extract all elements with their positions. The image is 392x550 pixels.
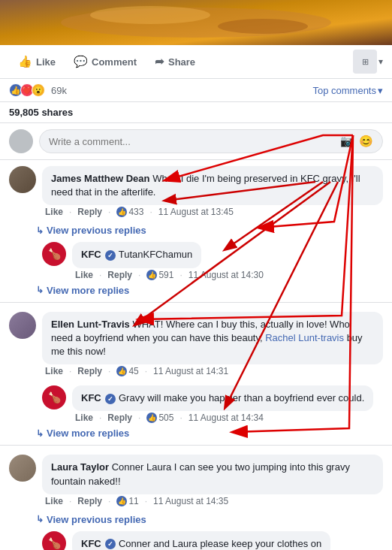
laura-avatar (9, 455, 36, 482)
reaction-count: 69k (51, 85, 67, 96)
laura-view-prev-replies[interactable]: ↳ View previous replies (0, 512, 392, 528)
reply-icon3: ↳ (36, 514, 44, 524)
kfc-avatar-james: 🍗 (42, 242, 66, 266)
kfc-james-actions: Like · Reply · 👍 591 · 11 August at 14:3… (72, 268, 383, 280)
james-comment-bubble: James Matthew Dean When I die I'm being … (42, 166, 383, 205)
ellen-reaction-count: 👍 45 (116, 366, 138, 376)
food-image (0, 0, 392, 45)
divider-1 (0, 302, 392, 303)
james-view-more-replies[interactable]: ↳ View more replies (0, 283, 392, 299)
ellen-like-action[interactable]: Like (45, 366, 63, 376)
kfc-laura-text: Conner and Laura please keep your clothe… (119, 538, 321, 549)
james-author: James Matthew Dean (51, 173, 150, 184)
ellen-reply-action[interactable]: Reply (77, 366, 102, 376)
shares-count: 59,805 shares (0, 102, 392, 123)
kfc-ellen-actions: Like · Reply · 👍 505 · 11 August at 14:3… (72, 411, 383, 423)
kfc-james-reply[interactable]: Reply (107, 270, 132, 280)
svg-point-2 (90, 6, 210, 24)
laura-reply-action[interactable]: Reply (77, 496, 102, 506)
kfc-reply-james: 🍗 KFC ✓ TutanKFChamun Like · Reply · 👍 5… (0, 239, 392, 283)
comment-item: James Matthew Dean When I die I'm being … (0, 160, 392, 223)
ellen-comment-body: Ellen Lunt-Travis WHAT! Where can I buy … (42, 312, 383, 377)
comment-input-wrapper[interactable]: 📷 😊 (39, 129, 383, 153)
like-button[interactable]: 👍 Like (9, 50, 65, 73)
wow-reaction-emoji: 😮 (32, 83, 45, 97)
more-options-button[interactable]: ⊞ (353, 50, 377, 74)
comment-input-area: 📷 😊 (0, 123, 392, 160)
reactions-bar: 👍 ❤️ 😮 69k Top comments ▾ (0, 79, 392, 102)
ellen-comment-actions: Like · Reply · 👍 45 · 11 August at 14:31 (42, 364, 383, 376)
laura-like-action[interactable]: Like (45, 496, 63, 506)
reply-more-icon2: ↳ (36, 428, 44, 439)
kfc-verified-james: ✓ (105, 250, 116, 261)
kfc-james-bubble: KFC ✓ TutanKFChamun (72, 242, 201, 267)
kfc-reply-james-body: KFC ✓ TutanKFChamun Like · Reply · 👍 591… (72, 242, 383, 280)
laura-author: Laura Taylor (51, 461, 109, 473)
kfc-reply-ellen-body: KFC ✓ Gravy will make you happier than a… (72, 385, 383, 423)
kfc-reply-laura: 🍗 KFC ✓ Conner and Laura please keep you… (0, 528, 392, 550)
laura-reaction-count: 👍 11 (116, 496, 138, 506)
shares-count-link[interactable]: 59,805 shares (9, 107, 73, 118)
page-wrapper: 👍 Like 💬 Comment ➦ Share ⊞ ▾ 👍 ❤️ 😮 69k … (0, 0, 392, 550)
kfc-reply-ellen: 🍗 KFC ✓ Gravy will make you happier than… (0, 382, 392, 426)
ellen-avatar (9, 312, 36, 339)
top-comments-label: Top comments (312, 85, 376, 96)
reactions-left: 👍 ❤️ 😮 69k (9, 83, 67, 97)
kfc-verified-laura: ✓ (105, 539, 116, 549)
kfc-reply-laura-body: KFC ✓ Conner and Laura please keep your … (72, 531, 383, 550)
comment-input-icons: 📷 😊 (340, 134, 373, 148)
ellen-mention: Rachel Lunt-travis (265, 332, 344, 343)
comment-label: Comment (92, 56, 137, 68)
ellen-view-more-replies[interactable]: ↳ View more replies (0, 426, 392, 442)
ellen-author: Ellen Lunt-Travis (51, 319, 130, 330)
comments-section: James Matthew Dean When I die I'm being … (0, 160, 392, 550)
ellen-comment-bubble: Ellen Lunt-Travis WHAT! Where can I buy … (42, 312, 383, 365)
kfc-ellen-text: Gravy will make you happier than a boyfr… (119, 392, 364, 403)
comment-input[interactable] (49, 136, 340, 147)
ellen-timestamp: 11 August at 14:31 (153, 366, 228, 376)
laura-timestamp: 11 August at 14:35 (153, 496, 228, 506)
kfc-verified-ellen: ✓ (105, 394, 116, 404)
kfc-ellen-like-icon: 👍 (146, 412, 157, 423)
laura-comment-item: Laura Taylor Conner Laura I can see you … (0, 449, 392, 512)
kfc-avatar-laura: 🍗 (42, 531, 66, 550)
kfc-james-timestamp: 11 August at 14:30 (188, 270, 264, 280)
current-user-avatar (9, 129, 33, 153)
action-bar: 👍 Like 💬 Comment ➦ Share ⊞ ▾ (0, 45, 392, 79)
kfc-james-like[interactable]: Like (75, 270, 93, 280)
grid-icon: ⊞ (362, 57, 369, 67)
kfc-ellen-like[interactable]: Like (75, 412, 93, 423)
kfc-james-text: TutanKFChamun (119, 249, 193, 260)
kfc-james-count: 👍 591 (146, 270, 173, 280)
reply-more-icon: ↳ (36, 285, 44, 295)
kfc-james-like-icon: 👍 (146, 270, 157, 280)
comment-button[interactable]: 💬 Comment (65, 50, 146, 73)
james-view-prev-replies[interactable]: ↳ View previous replies (0, 223, 392, 239)
kfc-ellen-bubble: KFC ✓ Gravy will make you happier than a… (72, 385, 373, 411)
ellen-comment-item: Ellen Lunt-Travis WHAT! Where can I buy … (0, 306, 392, 383)
dropdown-arrow[interactable]: ▾ (378, 56, 383, 67)
james-reply-action[interactable]: Reply (77, 207, 102, 217)
divider-2 (0, 445, 392, 446)
james-timestamp: 11 August at 13:45 (158, 207, 234, 217)
kfc-name-ellen: KFC ✓ (81, 392, 116, 403)
kfc-ellen-reply[interactable]: Reply (107, 412, 132, 423)
kfc-name-james: KFC ✓ (81, 249, 116, 260)
james-like-action[interactable]: Like (45, 207, 63, 217)
kfc-ellen-count: 👍 505 (146, 412, 173, 423)
reply-icon: ↳ (36, 225, 44, 236)
laura-like-icon: 👍 (116, 496, 127, 506)
james-avatar (9, 166, 36, 193)
share-button[interactable]: ➦ Share (146, 50, 204, 73)
like-icon: 👍 (18, 55, 32, 68)
share-icon: ➦ (155, 55, 164, 68)
laura-comment-body: Laura Taylor Conner Laura I can see you … (42, 455, 383, 506)
james-comment-body: James Matthew Dean When I die I'm being … (42, 166, 383, 217)
svg-point-3 (218, 19, 308, 34)
top-comments-chevron: ▾ (378, 85, 383, 96)
top-comments-dropdown[interactable]: Top comments ▾ (312, 85, 383, 96)
james-like-icon: 👍 (116, 207, 127, 217)
kfc-name-laura: KFC ✓ (81, 538, 116, 549)
ellen-like-icon: 👍 (116, 366, 127, 376)
kfc-ellen-timestamp: 11 August at 14:34 (188, 412, 264, 423)
